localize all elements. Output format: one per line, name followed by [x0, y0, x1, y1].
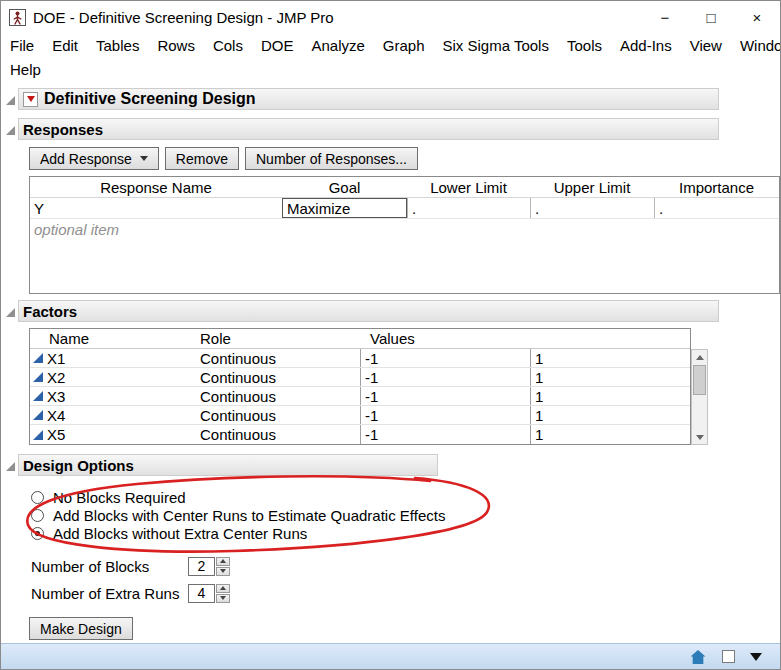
menu-item-cols[interactable]: Cols	[204, 37, 252, 54]
menu-item-rows[interactable]: Rows	[148, 37, 204, 54]
factor-name-cell[interactable]: X5	[30, 425, 187, 444]
radio-label: Add Blocks with Center Runs to Estimate …	[53, 507, 445, 524]
factor-name: X5	[47, 426, 65, 443]
status-dropdown-icon[interactable]	[750, 653, 762, 661]
factor-name: X3	[47, 388, 65, 405]
continuous-factor-icon[interactable]	[33, 391, 43, 401]
factor-value-cell[interactable]: 1	[530, 425, 690, 444]
collapse-triangle-factors[interactable]	[6, 308, 15, 317]
scroll-down-button[interactable]	[692, 430, 707, 444]
col-header-lower-limit: Lower Limit	[407, 179, 530, 196]
menu-item-tables[interactable]: Tables	[87, 37, 148, 54]
red-triangle-menu-button[interactable]	[23, 92, 38, 107]
factor-value-cell[interactable]: -1	[360, 406, 530, 424]
menu-item-help[interactable]: Help	[1, 61, 50, 78]
menu-item-edit[interactable]: Edit	[43, 37, 87, 54]
number-of-extra-runs-input[interactable]: 4	[188, 584, 215, 603]
menu-item-graph[interactable]: Graph	[374, 37, 434, 54]
factor-name: X4	[47, 407, 65, 424]
number-of-blocks-label: Number of Blocks	[31, 558, 188, 575]
col-header-importance: Importance	[654, 179, 779, 196]
responses-table-empty-area	[30, 240, 779, 293]
factor-value-cell[interactable]: -1	[360, 387, 530, 405]
design-options-header: Design Options	[18, 454, 438, 476]
col-header-role: Role	[187, 330, 360, 347]
radio-button[interactable]	[31, 527, 44, 540]
factor-name-cell[interactable]: X4	[30, 406, 187, 424]
factor-value-cell[interactable]: 1	[530, 406, 690, 424]
factor-value-cell[interactable]: 1	[530, 368, 690, 386]
minimize-button[interactable]: −	[642, 1, 688, 33]
menu-item-window[interactable]: Window	[731, 37, 781, 54]
factor-value-cell[interactable]: 1	[530, 387, 690, 405]
design-options-title: Design Options	[23, 457, 134, 474]
scrollbar-thumb[interactable]	[693, 365, 706, 395]
col-header-response-name: Response Name	[30, 179, 282, 196]
menu-item-analyze[interactable]: Analyze	[302, 37, 373, 54]
radio-button[interactable]	[31, 491, 44, 504]
menu-item-tools[interactable]: Tools	[558, 37, 611, 54]
window-title: DOE - Definitive Screening Design - JMP …	[33, 9, 334, 26]
factor-value-cell[interactable]: -1	[360, 368, 530, 386]
remove-button[interactable]: Remove	[165, 147, 239, 170]
menu-item-file[interactable]: File	[1, 37, 43, 54]
make-design-button[interactable]: Make Design	[29, 617, 133, 640]
goal-cell[interactable]: Maximize	[282, 198, 407, 218]
menu-bar: File Edit Tables Rows Cols DOE Analyze G…	[1, 33, 780, 83]
collapse-triangle-design-options[interactable]	[6, 462, 15, 471]
factor-role-cell[interactable]: Continuous	[187, 406, 360, 424]
maximize-button[interactable]: □	[688, 1, 734, 33]
number-of-responses-button[interactable]: Number of Responses...	[245, 147, 418, 170]
table-row: X2 Continuous -1 1	[30, 368, 690, 387]
factors-scrollbar[interactable]	[691, 349, 708, 445]
continuous-factor-icon[interactable]	[33, 430, 43, 440]
radio-button[interactable]	[31, 509, 44, 522]
collapse-triangle-responses[interactable]	[6, 126, 15, 135]
menu-item-doe[interactable]: DOE	[252, 37, 303, 54]
add-response-button[interactable]: Add Response	[29, 147, 159, 170]
upper-limit-cell[interactable]: .	[530, 198, 654, 218]
status-checkbox-icon[interactable]	[722, 650, 735, 663]
spin-down-button[interactable]	[216, 594, 230, 603]
blocking-radio-group: No Blocks Required Add Blocks with Cente…	[31, 488, 501, 542]
radio-add-blocks-center-runs[interactable]: Add Blocks with Center Runs to Estimate …	[31, 506, 501, 524]
menu-item-view[interactable]: View	[681, 37, 731, 54]
continuous-factor-icon[interactable]	[33, 353, 43, 363]
factor-name: X1	[47, 350, 65, 367]
radio-add-blocks-without-extra-center-runs[interactable]: Add Blocks without Extra Center Runs	[31, 524, 501, 542]
radio-no-blocks-required[interactable]: No Blocks Required	[31, 488, 501, 506]
optional-item-row[interactable]: optional item	[30, 219, 779, 240]
radio-label: Add Blocks without Extra Center Runs	[53, 525, 307, 542]
continuous-factor-icon[interactable]	[33, 410, 43, 420]
menu-item-six-sigma-tools[interactable]: Six Sigma Tools	[434, 37, 558, 54]
factor-role-cell[interactable]: Continuous	[187, 387, 360, 405]
lower-limit-cell[interactable]: .	[407, 198, 530, 218]
status-bar	[1, 643, 780, 669]
factors-header: Factors	[18, 300, 719, 322]
factor-name-cell[interactable]: X3	[30, 387, 187, 405]
chevron-down-icon	[140, 156, 148, 161]
spin-down-button[interactable]	[216, 567, 230, 576]
close-button[interactable]: ×	[734, 1, 780, 33]
factor-value-cell[interactable]: 1	[530, 349, 690, 367]
menu-item-add-ins[interactable]: Add-Ins	[611, 37, 681, 54]
number-of-blocks-input[interactable]: 2	[188, 557, 215, 576]
spin-up-button[interactable]	[216, 584, 230, 593]
jmp-window: DOE - Definitive Screening Design - JMP …	[0, 0, 781, 670]
factor-value-cell[interactable]: -1	[360, 349, 530, 367]
factor-name-cell[interactable]: X2	[30, 368, 187, 386]
factor-role-cell[interactable]: Continuous	[187, 425, 360, 444]
table-row: X5 Continuous -1 1	[30, 425, 690, 444]
spin-up-button[interactable]	[216, 557, 230, 566]
collapse-triangle-main[interactable]	[6, 96, 15, 105]
scroll-up-button[interactable]	[692, 350, 707, 364]
factor-name-cell[interactable]: X1	[30, 349, 187, 367]
response-name-cell[interactable]: Y	[30, 198, 282, 218]
factor-value-cell[interactable]: -1	[360, 425, 530, 444]
continuous-factor-icon[interactable]	[33, 372, 43, 382]
home-icon[interactable]	[689, 649, 707, 665]
scroll-down-icon	[696, 435, 704, 440]
factor-role-cell[interactable]: Continuous	[187, 368, 360, 386]
factor-role-cell[interactable]: Continuous	[187, 349, 360, 367]
importance-cell[interactable]: .	[654, 198, 779, 218]
